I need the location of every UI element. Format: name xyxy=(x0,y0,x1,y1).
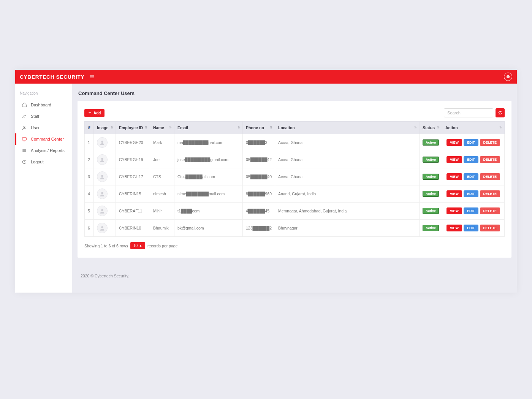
cell-name: Mihir xyxy=(150,203,174,220)
list-icon xyxy=(22,148,27,153)
page-size-button[interactable]: 10 ▲ xyxy=(130,242,145,249)
showing-text: Showing 1 to 6 of 6 rows xyxy=(84,244,128,248)
cell-image xyxy=(94,185,116,203)
status-badge: Active xyxy=(423,208,439,214)
table-row: 1CYBERGH20Markma█████████nail.com0██████… xyxy=(85,134,505,151)
table-row: 2CYBERGH19Joejose█████████gmail.com05███… xyxy=(85,151,505,168)
sidebar-item-dashboard[interactable]: Dashboard xyxy=(15,99,72,111)
sidebar-item-label: User xyxy=(31,125,40,130)
col-header-employee-id[interactable]: Employee ID ⇅ xyxy=(116,122,150,134)
sidebar-item-command-center[interactable]: Command Center xyxy=(15,133,72,145)
add-button[interactable]: Add xyxy=(84,109,104,117)
cell-status: Active xyxy=(419,168,442,185)
view-button[interactable]: VIEW xyxy=(446,207,462,214)
status-badge: Active xyxy=(423,191,439,197)
home-icon xyxy=(22,102,27,108)
table-footer: Showing 1 to 6 of 6 rows 10 ▲ records pe… xyxy=(84,242,505,249)
svg-point-5 xyxy=(24,126,25,128)
col-header-email[interactable]: Email ⇅ xyxy=(174,122,243,134)
delete-button[interactable]: DELETE xyxy=(480,207,500,214)
col-header-status[interactable]: Status ⇅ xyxy=(419,122,442,134)
edit-button[interactable]: EDIT xyxy=(464,190,478,197)
edit-button[interactable]: EDIT xyxy=(464,207,478,214)
menu-toggle-button[interactable] xyxy=(89,74,95,80)
edit-button[interactable]: EDIT xyxy=(464,156,478,163)
delete-button[interactable]: DELETE xyxy=(480,156,500,163)
sidebar: Navigation Dashboard Staff xyxy=(15,84,72,293)
delete-button[interactable]: DELETE xyxy=(480,225,500,231)
cell-action: VIEWEDITDELETE xyxy=(442,185,505,203)
svg-point-3 xyxy=(23,115,25,117)
user-icon xyxy=(22,125,27,130)
sort-caret-icon: ⇅ xyxy=(414,126,417,129)
cell-employee-id: CYBERGH19 xyxy=(116,151,150,168)
cell-employee-id: CYBERIN10 xyxy=(116,220,150,237)
sidebar-item-user[interactable]: User xyxy=(15,122,72,133)
edit-button[interactable]: EDIT xyxy=(464,173,478,180)
status-badge: Active xyxy=(423,139,439,146)
cell-action: VIEWEDITDELETE xyxy=(442,134,505,151)
cell-action: VIEWEDITDELETE xyxy=(442,203,505,220)
sidebar-item-logout[interactable]: Logout xyxy=(15,156,72,168)
svg-point-17 xyxy=(101,175,103,177)
cell-employee-id: CYBERIN15 xyxy=(116,185,150,203)
monitor-icon xyxy=(22,136,27,142)
cell-location: Bhavnagar xyxy=(275,220,420,237)
cell-number: 1 xyxy=(85,134,94,151)
cell-status: Active xyxy=(419,220,442,237)
user-menu-button[interactable] xyxy=(504,73,512,81)
cell-image xyxy=(94,151,116,168)
status-badge: Active xyxy=(423,225,439,231)
col-header-image[interactable]: Image ⇅ xyxy=(94,122,116,134)
sidebar-item-label: Logout xyxy=(31,160,44,164)
sidebar-item-analysis[interactable]: Analysis / Reports xyxy=(15,145,72,156)
cell-phone: 123██████2 xyxy=(243,220,275,237)
sort-caret-icon: ⇅ xyxy=(111,126,113,129)
plus-icon xyxy=(88,111,92,115)
svg-point-20 xyxy=(101,226,103,228)
avatar-placeholder-icon xyxy=(97,154,108,165)
view-button[interactable]: VIEW xyxy=(446,156,462,163)
col-header-action[interactable]: Action ⇅ xyxy=(442,122,505,134)
brand-name: CYBERTECH SECURITY xyxy=(20,74,84,80)
cell-email: nime████████mail.com xyxy=(174,185,243,203)
view-button[interactable]: VIEW xyxy=(446,139,462,146)
topbar: CYBERTECH SECURITY xyxy=(15,70,517,84)
col-header-number[interactable]: # ▼ xyxy=(85,122,94,134)
delete-button[interactable]: DELETE xyxy=(480,190,500,197)
cell-name: nimesh xyxy=(150,185,174,203)
col-header-phone[interactable]: Phone no ⇅ xyxy=(243,122,275,134)
site-footer: 2020 © Cybertech Security. xyxy=(78,265,511,282)
svg-point-16 xyxy=(101,158,103,160)
col-header-name[interactable]: Name ⇅ xyxy=(150,122,174,134)
delete-button[interactable]: DELETE xyxy=(480,173,500,180)
edit-button[interactable]: EDIT xyxy=(464,139,478,146)
cell-image xyxy=(94,220,116,237)
edit-button[interactable]: EDIT xyxy=(464,225,478,231)
delete-button[interactable]: DELETE xyxy=(480,139,500,146)
sidebar-item-label: Staff xyxy=(31,114,39,119)
refresh-button[interactable] xyxy=(496,108,505,117)
cell-email: bk@gmail.com xyxy=(174,220,243,237)
cell-number: 3 xyxy=(85,168,94,185)
view-button[interactable]: VIEW xyxy=(446,225,462,231)
search-input[interactable] xyxy=(444,108,493,117)
cell-employee-id: CYBERGH20 xyxy=(116,134,150,151)
avatar-placeholder-icon xyxy=(97,223,108,233)
col-header-location[interactable]: Location ⇅ xyxy=(275,122,420,134)
table-row: 4CYBERIN15nimeshnime████████mail.com8███… xyxy=(85,185,505,203)
view-button[interactable]: VIEW xyxy=(446,173,462,180)
cell-phone: 05██████40 xyxy=(243,168,275,185)
view-button[interactable]: VIEW xyxy=(446,190,462,197)
cell-phone: 0██████3 xyxy=(243,134,275,151)
sidebar-item-staff[interactable]: Staff xyxy=(15,111,72,122)
table-row: 3CYBERGH17CTSCtss██████ail.com05██████40… xyxy=(85,168,505,185)
table-row: 6CYBERIN10Bhaumikbk@gmail.com123██████2B… xyxy=(85,220,505,237)
hamburger-icon xyxy=(89,74,95,79)
cell-location: Anand, Gujarat, India xyxy=(275,185,420,203)
cell-email: ma█████████nail.com xyxy=(174,134,243,151)
sort-caret-icon: ⇅ xyxy=(499,126,502,129)
avatar-placeholder-icon xyxy=(97,171,108,182)
cell-location: Accra, Ghana xyxy=(275,151,420,168)
cell-number: 6 xyxy=(85,220,94,237)
